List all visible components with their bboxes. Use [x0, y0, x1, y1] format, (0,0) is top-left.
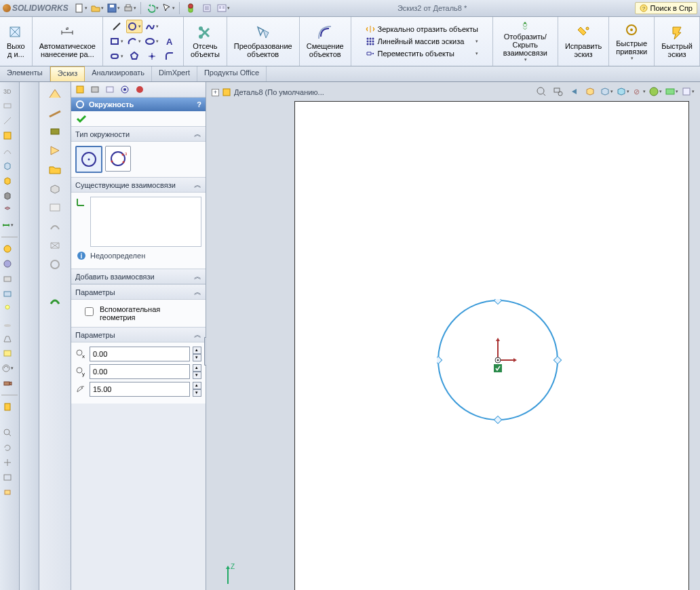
- tab-sketch[interactable]: Эскиз: [50, 66, 85, 81]
- new-file-button[interactable]: ▾: [74, 1, 88, 15]
- cut-icon[interactable]: [1, 189, 14, 201]
- edit-appearance-button[interactable]: ▾: [648, 85, 662, 98]
- fm-folder-icon[interactable]: [45, 162, 64, 177]
- material-icon[interactable]: [1, 243, 14, 255]
- cx-spin-down[interactable]: ▾: [193, 354, 201, 361]
- pan-icon[interactable]: [1, 456, 14, 469]
- options-button[interactable]: [200, 1, 214, 15]
- fm-active-icon[interactable]: [45, 294, 64, 309]
- ellipse-tool[interactable]: ▾: [144, 35, 160, 48]
- perimeter-circle-option[interactable]: 3: [105, 146, 131, 172]
- view-icon[interactable]: [1, 486, 14, 498]
- rectangle-tool[interactable]: ▾: [109, 35, 125, 48]
- fit-icon[interactable]: [1, 471, 14, 484]
- tab-analyze[interactable]: Анализировать: [85, 66, 152, 81]
- polygon-tool[interactable]: [126, 50, 142, 63]
- undo-button[interactable]: ▾: [145, 1, 159, 15]
- display-style-button[interactable]: ▾: [616, 85, 629, 98]
- text-tool[interactable]: A: [161, 35, 178, 48]
- sketch-icon[interactable]: [1, 144, 14, 157]
- arc-tool[interactable]: ▾: [126, 35, 142, 48]
- shadow-icon[interactable]: [1, 317, 14, 330]
- offset-button[interactable]: Смещение объектов: [303, 19, 348, 64]
- prop-tab-display[interactable]: [104, 83, 116, 96]
- spline-tool[interactable]: ▾: [144, 20, 160, 33]
- prop-tab-target[interactable]: [119, 83, 131, 96]
- fillet-tool[interactable]: [161, 50, 178, 63]
- circle-tool[interactable]: ▾: [126, 20, 142, 33]
- prop-tab-appearance[interactable]: [134, 83, 146, 96]
- parameters-header[interactable]: Параметры︽: [71, 328, 206, 342]
- feature-icon[interactable]: [1, 130, 14, 142]
- view-settings-button[interactable]: ▾: [681, 85, 695, 98]
- rapid-sketch-button[interactable]: Быстрый эскиз: [657, 19, 697, 64]
- circle-type-header[interactable]: Тип окружности︽: [71, 127, 206, 142]
- graphics-area[interactable]: ▾ ▾ ⊘▾ ▾ ▾ ▾ + Деталь8 (По умолчанию...: [206, 82, 700, 590]
- r-spin-down[interactable]: ▾: [193, 389, 201, 397]
- r-spin-up[interactable]: ▴: [193, 382, 201, 389]
- exit-sketch-button[interactable]: Выхо д и...: [3, 19, 29, 64]
- scene-icon2[interactable]: [1, 288, 14, 300]
- convert-button[interactable]: Преобразование объектов: [230, 19, 296, 64]
- linear-pattern-button[interactable]: Линейный массив эскиза▾: [363, 36, 481, 47]
- cy-spin-up[interactable]: ▴: [193, 364, 201, 372]
- save-button[interactable]: ▾: [106, 1, 120, 15]
- prop-tab-features[interactable]: [74, 83, 86, 96]
- tab-dimxpert[interactable]: DimXpert: [152, 66, 197, 81]
- fm-origin-icon[interactable]: [45, 86, 64, 101]
- sketch-circle[interactable]: [437, 299, 572, 435]
- move-entities-button[interactable]: Переместить объекты▾: [363, 48, 481, 59]
- tab-features[interactable]: Элементы: [0, 66, 50, 81]
- motion-icon[interactable]: ▾: [1, 362, 14, 374]
- slot-tool[interactable]: ▾: [109, 50, 125, 63]
- camera-icon[interactable]: [1, 377, 14, 389]
- apply-scene-button[interactable]: ▾: [665, 85, 678, 98]
- mirror-entities-button[interactable]: Зеркально отразить объекты: [363, 24, 481, 35]
- appearance-icon[interactable]: [1, 258, 14, 270]
- fm-plane3-icon[interactable]: [45, 143, 64, 158]
- fm-sketch1-icon[interactable]: [45, 200, 64, 215]
- fm-sketch4-icon[interactable]: [45, 257, 64, 272]
- view-3d-icon[interactable]: 3D: [1, 85, 14, 97]
- quick-snaps-button[interactable]: Быстрые привязки▾: [612, 19, 651, 64]
- open-file-button[interactable]: ▾: [90, 1, 104, 15]
- print-button[interactable]: ▾: [123, 1, 136, 15]
- zoom-area-button[interactable]: [551, 85, 564, 98]
- plane-icon[interactable]: [1, 100, 14, 112]
- axis-icon[interactable]: [1, 115, 14, 127]
- extrude-icon[interactable]: [1, 174, 14, 186]
- scene-icon1[interactable]: [1, 273, 14, 285]
- add-relations-header[interactable]: Добавить взаимосвязи︽: [71, 269, 206, 284]
- prev-view-button[interactable]: [567, 85, 581, 98]
- smart-dimension-button[interactable]: ⌀Автоматическое нанесение ра...: [35, 19, 100, 64]
- tab-office[interactable]: Продукты Office: [197, 66, 267, 81]
- section-icon[interactable]: [1, 347, 14, 359]
- relations-list[interactable]: [90, 197, 201, 247]
- help-search[interactable]: ? Поиск в Спр: [635, 2, 697, 14]
- hide-show-button[interactable]: ⊘▾: [632, 85, 646, 98]
- fm-plane2-icon[interactable]: [45, 124, 64, 139]
- options-header[interactable]: Параметры︽: [71, 285, 206, 300]
- settings-button[interactable]: ▾: [216, 1, 230, 15]
- fm-sketch2-icon[interactable]: [45, 219, 64, 234]
- repair-sketch-button[interactable]: Исправить эскиз: [561, 19, 606, 64]
- cx-input[interactable]: [90, 347, 190, 361]
- construction-checkbox[interactable]: [85, 307, 94, 316]
- existing-relations-header[interactable]: Существующие взаимосвязи︽: [71, 178, 206, 193]
- fm-plane1-icon[interactable]: [45, 105, 64, 120]
- perspective-icon[interactable]: [1, 332, 14, 345]
- body-icon[interactable]: [1, 159, 14, 172]
- trim-button[interactable]: Отсечь объекты: [187, 19, 224, 64]
- cy-input[interactable]: [90, 364, 190, 379]
- line-tool[interactable]: [109, 20, 125, 33]
- prop-tab-config[interactable]: [89, 83, 101, 96]
- section-view-button[interactable]: [583, 85, 597, 98]
- light-icon[interactable]: [1, 302, 14, 315]
- fm-sketch3-icon[interactable]: [45, 238, 64, 253]
- zoom-icon[interactable]: [1, 427, 14, 439]
- measure-icon[interactable]: ▾: [1, 219, 14, 231]
- flyout-tree[interactable]: + Деталь8 (По умолчанию...: [212, 87, 324, 97]
- doc-icon[interactable]: [1, 401, 14, 413]
- show-hide-relations-button[interactable]: Отобразить/Скрыть взаимосвязи▾: [496, 19, 555, 64]
- rebuild-button[interactable]: [184, 1, 197, 15]
